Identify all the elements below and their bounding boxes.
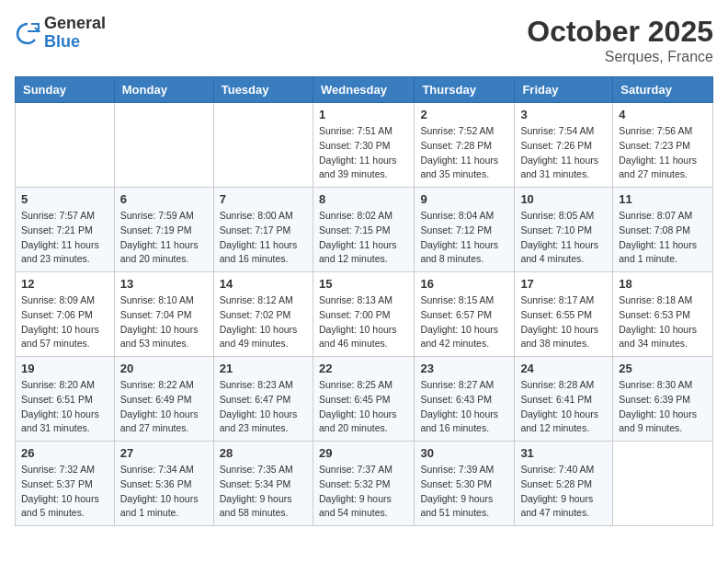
day-number: 4: [619, 108, 707, 121]
logo-blue: Blue: [44, 33, 106, 52]
day-number: 3: [520, 108, 607, 121]
logo-icon: [15, 20, 40, 46]
calendar-cell: 17Sunrise: 8:17 AM Sunset: 6:55 PM Dayli…: [515, 272, 613, 357]
calendar-cell: 12Sunrise: 8:09 AM Sunset: 7:06 PM Dayli…: [16, 272, 115, 357]
day-number: 21: [220, 362, 307, 375]
calendar-cell: [613, 442, 713, 526]
day-number: 22: [319, 362, 408, 375]
calendar-cell: 30Sunrise: 7:39 AM Sunset: 5:30 PM Dayli…: [415, 442, 515, 526]
day-info: Sunrise: 7:56 AM Sunset: 7:23 PM Dayligh…: [619, 124, 707, 182]
calendar-week-row: 1Sunrise: 7:51 AM Sunset: 7:30 PM Daylig…: [16, 103, 713, 188]
day-info: Sunrise: 8:00 AM Sunset: 7:17 PM Dayligh…: [220, 209, 307, 267]
day-number: 13: [120, 277, 208, 291]
calendar-week-row: 12Sunrise: 8:09 AM Sunset: 7:06 PM Dayli…: [16, 272, 713, 357]
day-info: Sunrise: 8:27 AM Sunset: 6:43 PM Dayligh…: [420, 378, 508, 436]
calendar-cell: 9Sunrise: 8:04 AM Sunset: 7:12 PM Daylig…: [415, 188, 515, 272]
day-info: Sunrise: 7:37 AM Sunset: 5:32 PM Dayligh…: [319, 463, 408, 521]
calendar-cell: 13Sunrise: 8:10 AM Sunset: 7:04 PM Dayli…: [114, 272, 213, 357]
day-info: Sunrise: 7:35 AM Sunset: 5:34 PM Dayligh…: [220, 463, 307, 521]
day-info: Sunrise: 8:23 AM Sunset: 6:47 PM Dayligh…: [220, 378, 307, 436]
logo-text: General Blue: [44, 15, 106, 52]
calendar-cell: 2Sunrise: 7:52 AM Sunset: 7:28 PM Daylig…: [415, 103, 515, 188]
day-info: Sunrise: 7:32 AM Sunset: 5:37 PM Dayligh…: [21, 463, 108, 521]
day-info: Sunrise: 8:22 AM Sunset: 6:49 PM Dayligh…: [120, 378, 208, 436]
calendar-cell: 11Sunrise: 8:07 AM Sunset: 7:08 PM Dayli…: [613, 188, 713, 272]
calendar-week-row: 26Sunrise: 7:32 AM Sunset: 5:37 PM Dayli…: [16, 442, 713, 526]
day-info: Sunrise: 8:10 AM Sunset: 7:04 PM Dayligh…: [120, 293, 208, 351]
calendar-cell: [16, 103, 115, 188]
page-header: General Blue October 2025 Serques, Franc…: [15, 15, 713, 65]
calendar-cell: 14Sunrise: 8:12 AM Sunset: 7:02 PM Dayli…: [213, 272, 313, 357]
column-header-wednesday: Wednesday: [313, 77, 414, 103]
column-header-tuesday: Tuesday: [213, 77, 313, 103]
day-number: 10: [520, 192, 607, 206]
calendar-week-row: 19Sunrise: 8:20 AM Sunset: 6:51 PM Dayli…: [16, 357, 713, 442]
calendar-week-row: 5Sunrise: 7:57 AM Sunset: 7:21 PM Daylig…: [16, 188, 713, 272]
day-number: 30: [420, 446, 508, 460]
day-number: 17: [520, 277, 607, 291]
day-number: 7: [220, 192, 307, 206]
column-header-saturday: Saturday: [613, 77, 713, 103]
calendar-cell: 25Sunrise: 8:30 AM Sunset: 6:39 PM Dayli…: [613, 357, 713, 442]
calendar-cell: 27Sunrise: 7:34 AM Sunset: 5:36 PM Dayli…: [114, 442, 213, 526]
day-info: Sunrise: 8:18 AM Sunset: 6:53 PM Dayligh…: [619, 293, 707, 351]
calendar-cell: 6Sunrise: 7:59 AM Sunset: 7:19 PM Daylig…: [114, 188, 213, 272]
day-info: Sunrise: 7:40 AM Sunset: 5:28 PM Dayligh…: [520, 463, 607, 521]
month-title: October 2025: [527, 15, 713, 49]
calendar-cell: 21Sunrise: 8:23 AM Sunset: 6:47 PM Dayli…: [213, 357, 313, 442]
calendar-cell: 15Sunrise: 8:13 AM Sunset: 7:00 PM Dayli…: [313, 272, 414, 357]
calendar-cell: 24Sunrise: 8:28 AM Sunset: 6:41 PM Dayli…: [515, 357, 613, 442]
day-number: 11: [619, 192, 707, 206]
calendar-cell: 31Sunrise: 7:40 AM Sunset: 5:28 PM Dayli…: [515, 442, 613, 526]
day-number: 2: [420, 108, 508, 121]
day-info: Sunrise: 8:04 AM Sunset: 7:12 PM Dayligh…: [420, 209, 508, 267]
day-number: 14: [220, 277, 307, 291]
day-number: 16: [420, 277, 508, 291]
day-number: 18: [619, 277, 707, 291]
calendar-cell: [114, 103, 213, 188]
column-header-thursday: Thursday: [415, 77, 515, 103]
day-info: Sunrise: 8:30 AM Sunset: 6:39 PM Dayligh…: [619, 378, 707, 436]
day-info: Sunrise: 7:57 AM Sunset: 7:21 PM Dayligh…: [21, 209, 108, 267]
location: Serques, France: [527, 49, 713, 65]
title-area: October 2025 Serques, France: [527, 15, 713, 65]
day-info: Sunrise: 8:20 AM Sunset: 6:51 PM Dayligh…: [21, 378, 108, 436]
day-info: Sunrise: 7:39 AM Sunset: 5:30 PM Dayligh…: [420, 463, 508, 521]
day-number: 31: [520, 446, 607, 460]
calendar-cell: 26Sunrise: 7:32 AM Sunset: 5:37 PM Dayli…: [16, 442, 115, 526]
day-number: 26: [21, 446, 108, 460]
day-info: Sunrise: 7:54 AM Sunset: 7:26 PM Dayligh…: [520, 124, 607, 182]
calendar-cell: 1Sunrise: 7:51 AM Sunset: 7:30 PM Daylig…: [313, 103, 414, 188]
logo: General Blue: [15, 15, 106, 52]
day-number: 28: [220, 446, 307, 460]
calendar-cell: 19Sunrise: 8:20 AM Sunset: 6:51 PM Dayli…: [16, 357, 115, 442]
day-number: 29: [319, 446, 408, 460]
day-info: Sunrise: 7:34 AM Sunset: 5:36 PM Dayligh…: [120, 463, 208, 521]
calendar-cell: [213, 103, 313, 188]
day-info: Sunrise: 7:59 AM Sunset: 7:19 PM Dayligh…: [120, 209, 208, 267]
calendar-cell: 5Sunrise: 7:57 AM Sunset: 7:21 PM Daylig…: [16, 188, 115, 272]
column-header-sunday: Sunday: [16, 77, 115, 103]
day-number: 27: [120, 446, 208, 460]
day-info: Sunrise: 8:25 AM Sunset: 6:45 PM Dayligh…: [319, 378, 408, 436]
calendar-cell: 16Sunrise: 8:15 AM Sunset: 6:57 PM Dayli…: [415, 272, 515, 357]
day-number: 9: [420, 192, 508, 206]
day-number: 19: [21, 362, 108, 375]
day-info: Sunrise: 8:28 AM Sunset: 6:41 PM Dayligh…: [520, 378, 607, 436]
day-number: 20: [120, 362, 208, 375]
day-number: 23: [420, 362, 508, 375]
calendar-cell: 4Sunrise: 7:56 AM Sunset: 7:23 PM Daylig…: [613, 103, 713, 188]
calendar-cell: 23Sunrise: 8:27 AM Sunset: 6:43 PM Dayli…: [415, 357, 515, 442]
calendar-cell: 8Sunrise: 8:02 AM Sunset: 7:15 PM Daylig…: [313, 188, 414, 272]
calendar-cell: 18Sunrise: 8:18 AM Sunset: 6:53 PM Dayli…: [613, 272, 713, 357]
calendar-cell: 10Sunrise: 8:05 AM Sunset: 7:10 PM Dayli…: [515, 188, 613, 272]
calendar-header-row: SundayMondayTuesdayWednesdayThursdayFrid…: [16, 77, 713, 103]
day-number: 5: [21, 192, 108, 206]
calendar-cell: 3Sunrise: 7:54 AM Sunset: 7:26 PM Daylig…: [515, 103, 613, 188]
day-info: Sunrise: 8:02 AM Sunset: 7:15 PM Dayligh…: [319, 209, 408, 267]
calendar-cell: 22Sunrise: 8:25 AM Sunset: 6:45 PM Dayli…: [313, 357, 414, 442]
column-header-monday: Monday: [114, 77, 213, 103]
day-info: Sunrise: 7:51 AM Sunset: 7:30 PM Dayligh…: [319, 124, 408, 182]
calendar-cell: 20Sunrise: 8:22 AM Sunset: 6:49 PM Dayli…: [114, 357, 213, 442]
day-info: Sunrise: 8:05 AM Sunset: 7:10 PM Dayligh…: [520, 209, 607, 267]
